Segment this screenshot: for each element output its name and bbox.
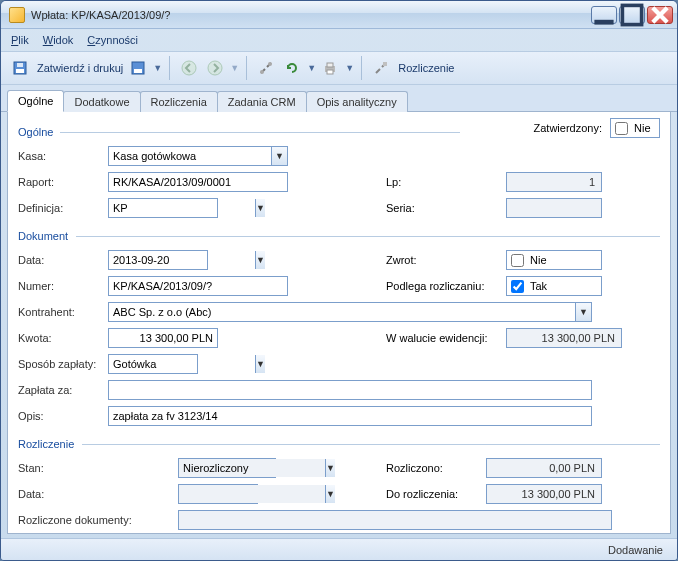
zatwierdzony-label: Zatwierdzony: (534, 122, 602, 134)
data-label: Data: (18, 254, 108, 266)
lp-value: 1 (506, 172, 602, 192)
kontrahent-label: Kontrahent: (18, 306, 108, 318)
tabstrip: Ogólne Dodatkowe Rozliczenia Zadania CRM… (1, 85, 677, 112)
podlega-label: Podlega rozliczaniu: (386, 280, 506, 292)
kasa-combo[interactable]: ▼ (108, 146, 288, 166)
chevron-down-icon[interactable]: ▼ (255, 355, 265, 373)
tab-dodatkowe[interactable]: Dodatkowe (63, 91, 140, 112)
rozliczone-dok-label: Rozliczone dokumenty: (18, 514, 178, 526)
tools-icon[interactable] (255, 57, 277, 79)
menubar: Plik Widok Czynności (1, 29, 677, 51)
tab-content: Ogólne Zatwierdzony: Nie Kasa: ▼ Raport:… (7, 112, 671, 534)
raport-label: Raport: (18, 176, 108, 188)
rozliczenie-icon[interactable] (370, 57, 392, 79)
rozliczenie-button[interactable]: Rozliczenie (398, 62, 454, 74)
refresh-icon[interactable] (281, 57, 303, 79)
do-rozliczenia-value: 13 300,00 PLN (486, 484, 602, 504)
app-icon (9, 7, 25, 23)
menu-czynnosci[interactable]: Czynności (87, 34, 138, 46)
wwalucie-label: W walucie ewidencji: (386, 332, 506, 344)
chevron-down-icon[interactable]: ▼ (325, 485, 335, 503)
rozliczone-dok-value (178, 510, 612, 530)
svg-rect-0 (594, 19, 613, 24)
svg-rect-12 (327, 63, 333, 67)
sposob-label: Sposób zapłaty: (18, 358, 108, 370)
app-window: Wpłata: KP/KASA/2013/09/? Plik Widok Czy… (0, 0, 678, 561)
section-dokument: Dokument (18, 230, 660, 242)
kasa-label: Kasa: (18, 150, 108, 162)
tab-rozliczenia[interactable]: Rozliczenia (140, 91, 218, 112)
zwrot-checkbox[interactable]: Nie (506, 250, 602, 270)
numer-input[interactable] (108, 276, 288, 296)
svg-rect-6 (134, 69, 142, 73)
stan-label: Stan: (18, 462, 178, 474)
tab-ogolne[interactable]: Ogólne (7, 90, 64, 112)
podlega-checkbox[interactable]: Tak (506, 276, 602, 296)
definicja-label: Definicja: (18, 202, 108, 214)
toolbar: Zatwierdź i drukuj ▼ ▼ ▼ ▼ Rozliczenie (1, 51, 677, 85)
close-button[interactable] (647, 6, 673, 24)
numer-label: Numer: (18, 280, 108, 292)
svg-point-7 (182, 61, 196, 75)
stan-combo[interactable]: ▼ (178, 458, 276, 478)
kontrahent-combo[interactable]: ▼ (108, 302, 592, 322)
kwota-input[interactable] (108, 328, 218, 348)
svg-point-9 (260, 70, 264, 74)
svg-point-8 (208, 61, 222, 75)
zaplata-za-input[interactable] (108, 380, 592, 400)
zatwierdzony-checkbox[interactable]: Nie (610, 118, 660, 138)
opis-input[interactable] (108, 406, 592, 426)
chevron-down-icon[interactable]: ▼ (575, 303, 591, 321)
chevron-down-icon[interactable]: ▼ (255, 199, 265, 217)
seria-value (506, 198, 602, 218)
svg-rect-13 (327, 70, 333, 74)
svg-rect-14 (383, 62, 387, 66)
menu-plik[interactable]: Plik (11, 34, 29, 46)
forward-icon[interactable] (204, 57, 226, 79)
svg-rect-4 (17, 63, 23, 67)
section-rozliczenie: Rozliczenie (18, 438, 660, 450)
chevron-down-icon[interactable]: ▼ (255, 251, 265, 269)
status-mode: Dodawanie (608, 544, 663, 556)
commit-icon[interactable] (9, 57, 31, 79)
forward-dropdown[interactable]: ▼ (230, 63, 238, 73)
print-dropdown[interactable]: ▼ (345, 63, 353, 73)
lp-label: Lp: (386, 176, 506, 188)
rdata-label: Data: (18, 488, 178, 500)
definicja-combo[interactable]: ▼ (108, 198, 218, 218)
titlebar: Wpłata: KP/KASA/2013/09/? (1, 1, 677, 29)
menu-widok[interactable]: Widok (43, 34, 74, 46)
tab-zadania-crm[interactable]: Zadania CRM (217, 91, 307, 112)
raport-input[interactable] (108, 172, 288, 192)
data-field[interactable]: ▼ (108, 250, 208, 270)
chevron-down-icon[interactable]: ▼ (325, 459, 335, 477)
zaplata-za-label: Zapłata za: (18, 384, 108, 396)
svg-rect-3 (16, 69, 24, 73)
maximize-button[interactable] (619, 6, 645, 24)
svg-point-10 (268, 62, 272, 66)
sposob-combo[interactable]: ▼ (108, 354, 198, 374)
chevron-down-icon[interactable]: ▼ (271, 147, 287, 165)
save-dropdown[interactable]: ▼ (153, 63, 161, 73)
commit-print-button[interactable]: Zatwierdź i drukuj (37, 62, 123, 74)
window-title: Wpłata: KP/KASA/2013/09/? (31, 9, 591, 21)
zwrot-label: Zwrot: (386, 254, 506, 266)
kwota-label: Kwota: (18, 332, 108, 344)
rozliczenie-data-combo[interactable]: ▼ (178, 484, 258, 504)
back-icon[interactable] (178, 57, 200, 79)
minimize-button[interactable] (591, 6, 617, 24)
print-icon[interactable] (319, 57, 341, 79)
opis-label: Opis: (18, 410, 108, 422)
refresh-dropdown[interactable]: ▼ (307, 63, 315, 73)
rozliczono-label: Rozliczono: (386, 462, 486, 474)
do-rozliczenia-label: Do rozliczenia: (386, 488, 486, 500)
rozliczono-value: 0,00 PLN (486, 458, 602, 478)
svg-rect-1 (622, 5, 641, 24)
save-icon[interactable] (127, 57, 149, 79)
tab-opis-analityczny[interactable]: Opis analityczny (306, 91, 408, 112)
seria-label: Seria: (386, 202, 506, 214)
statusbar: Dodawanie (1, 538, 677, 560)
wwalucie-value: 13 300,00 PLN (506, 328, 622, 348)
